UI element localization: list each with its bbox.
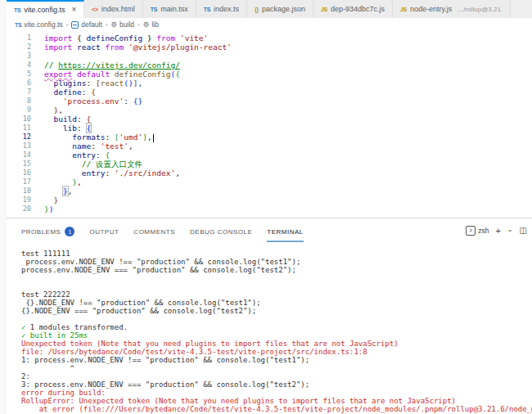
- breadcrumb-separator: ›: [138, 21, 140, 29]
- js-file-icon: JS: [400, 7, 407, 12]
- line-number: 16: [7, 169, 31, 178]
- line-number: 8: [7, 97, 31, 106]
- code-text: lib: {: [44, 124, 91, 133]
- code-line: 9 },: [7, 106, 532, 115]
- bottom-panel: PROBLEMS1OUTPUTCOMMENTSDEBUG CONSOLETERM…: [7, 218, 532, 414]
- code-line: 13 name: 'test',: [7, 142, 532, 151]
- panel-tab-output[interactable]: OUTPUT: [89, 220, 119, 242]
- code-line: 1import { defineConfig } from 'vite': [7, 34, 532, 43]
- tab-node-entry.js[interactable]: JSnode-entry.js…/rollup@3.21.: [393, 0, 511, 18]
- code-line: 5export default defineConfig({: [7, 70, 532, 79]
- code-text: import { defineConfig } from 'vite': [44, 34, 208, 43]
- split-terminal-icon[interactable]: ◫: [520, 227, 527, 235]
- line-number: 9: [7, 106, 31, 115]
- tab-index.ts[interactable]: TSindex.ts: [196, 0, 247, 18]
- vscode-window: TSvite.config.ts×<>index.htmlTSmain.tsxT…: [0, 0, 532, 414]
- code-text: }): [44, 205, 53, 214]
- terminal-line: process.env.NODE_ENV !== "production" &&…: [21, 258, 532, 266]
- code-text: },: [44, 187, 72, 196]
- breadcrumb-item-vite.config.ts[interactable]: TSvite.config.ts: [15, 20, 63, 29]
- panel-tab-problems[interactable]: PROBLEMS1: [21, 218, 74, 243]
- gear-icon: ⚙: [143, 20, 150, 29]
- close-icon[interactable]: ×: [71, 6, 76, 14]
- line-number: 7: [7, 88, 31, 97]
- line-number: 13: [7, 142, 31, 151]
- line-number: 1: [7, 34, 31, 43]
- code-line: 8 'process.env': {}: [7, 97, 532, 106]
- breadcrumb-label: lib: [151, 20, 159, 29]
- terminal-line: ✓ built in 25ms: [21, 331, 532, 340]
- html-file-icon: <>: [92, 7, 98, 12]
- code-text: plugins: [react()],: [44, 79, 142, 88]
- breadcrumb-label: build: [119, 20, 134, 29]
- line-number: 18: [7, 187, 31, 196]
- code-text: name: 'test',: [44, 142, 133, 151]
- code-line: 11 lib: {: [7, 124, 532, 133]
- code-line: 2import react from '@vitejs/plugin-react…: [7, 43, 532, 52]
- line-number: 5: [7, 70, 31, 79]
- tab-vite.config.ts[interactable]: TSvite.config.ts×: [7, 0, 84, 18]
- terminal-line: ✓ 1 modules transformed.: [21, 323, 532, 331]
- code-editor[interactable]: 1import { defineConfig } from 'vite'2imp…: [7, 31, 532, 220]
- breadcrumb-item-build[interactable]: ⚙build: [110, 20, 134, 29]
- panel-actions: > zsh + ⌄ ◫: [466, 218, 527, 243]
- line-number: 19: [7, 196, 31, 205]
- code-text: },: [44, 178, 82, 187]
- tab-main.tsx[interactable]: TSmain.tsx: [143, 0, 196, 18]
- code-text: // https://vitejs.dev/config/: [44, 61, 180, 70]
- line-number: 17: [7, 178, 31, 187]
- breadcrumb-separator: ›: [66, 21, 69, 29]
- panel-tab-comments[interactable]: COMMENTS: [133, 220, 175, 242]
- tab-label: index.ts: [214, 5, 239, 13]
- breadcrumb-item-default[interactable]: default: [71, 20, 102, 29]
- ts-file-icon: TS: [15, 22, 21, 28]
- tab-dep-934dbc7c.js[interactable]: JSdep-934dbc7c.js: [313, 0, 393, 18]
- ts-file-icon: TS: [151, 7, 157, 12]
- line-number: 14: [7, 151, 31, 160]
- line-number: 6: [7, 79, 31, 88]
- breadcrumb: TSvite.config.ts›default›⚙build›⚙lib: [7, 18, 532, 31]
- terminal-profile-button[interactable]: > zsh: [466, 226, 489, 236]
- line-number: 12: [7, 133, 31, 142]
- terminal-line: Unexpected token (Note that you need plu…: [21, 340, 532, 348]
- tab-label: package.json: [262, 5, 305, 13]
- panel-tab-terminal[interactable]: TERMINAL: [267, 220, 303, 242]
- line-number: 4: [7, 61, 31, 70]
- breadcrumb-item-lib[interactable]: ⚙lib: [143, 20, 159, 29]
- breadcrumb-label: vite.config.ts: [24, 20, 62, 29]
- line-number: 2: [7, 43, 31, 52]
- tab-index.html[interactable]: <>index.html: [84, 0, 143, 18]
- new-terminal-icon[interactable]: +: [495, 227, 500, 236]
- line-number: 15: [7, 160, 31, 169]
- code-text: }: [44, 196, 58, 205]
- code-text: import react from '@vitejs/plugin-react': [44, 43, 232, 52]
- terminal-line: 2:: [21, 372, 532, 380]
- symbol-icon: [71, 21, 79, 29]
- code-text: formats: ['umd'],: [44, 133, 154, 142]
- tab-package.json[interactable]: {}package.json: [247, 0, 313, 18]
- line-number: 10: [7, 115, 31, 124]
- terminal-line: [21, 274, 532, 282]
- text-cursor: [153, 134, 154, 142]
- chevron-down-icon[interactable]: ⌄: [507, 227, 513, 233]
- tab-label: index.html: [101, 5, 135, 13]
- terminal-line: {}.NODE_ENV !== "production" && console.…: [21, 299, 532, 307]
- problems-badge: 1: [65, 227, 74, 236]
- code-line: 7 define: {: [7, 88, 532, 97]
- code-line: 4// https://vitejs.dev/config/: [7, 61, 532, 70]
- terminal-line: test 222222: [21, 290, 532, 299]
- code-line: 3: [7, 52, 532, 61]
- code-text: entry: {: [44, 151, 110, 160]
- terminal-output[interactable]: test 111111 process.env.NODE_ENV !== "pr…: [7, 243, 532, 414]
- code-text: build: {: [44, 115, 91, 124]
- ts-file-icon: TS: [204, 7, 210, 12]
- terminal-line: ^: [21, 364, 532, 372]
- terminal-line: process.env.NODE_ENV === "production" &&…: [21, 266, 532, 274]
- tab-label: vite.config.ts: [24, 6, 65, 14]
- panel-tab-debug-console[interactable]: DEBUG CONSOLE: [190, 220, 252, 242]
- code-line: 6 plugins: [react()],: [7, 79, 532, 88]
- code-text: define: {: [44, 88, 96, 97]
- terminal-line: file: /Users/bytedance/Code/test/vite-4.…: [21, 348, 532, 356]
- code-line: 14 entry: {: [7, 151, 532, 160]
- terminal-line: test 111111: [21, 250, 532, 258]
